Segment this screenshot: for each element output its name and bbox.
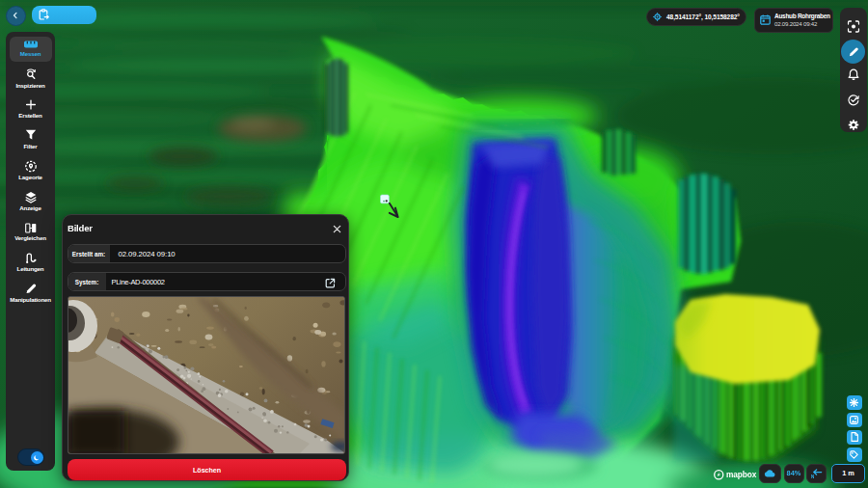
svg-text:N: N [811,474,814,479]
